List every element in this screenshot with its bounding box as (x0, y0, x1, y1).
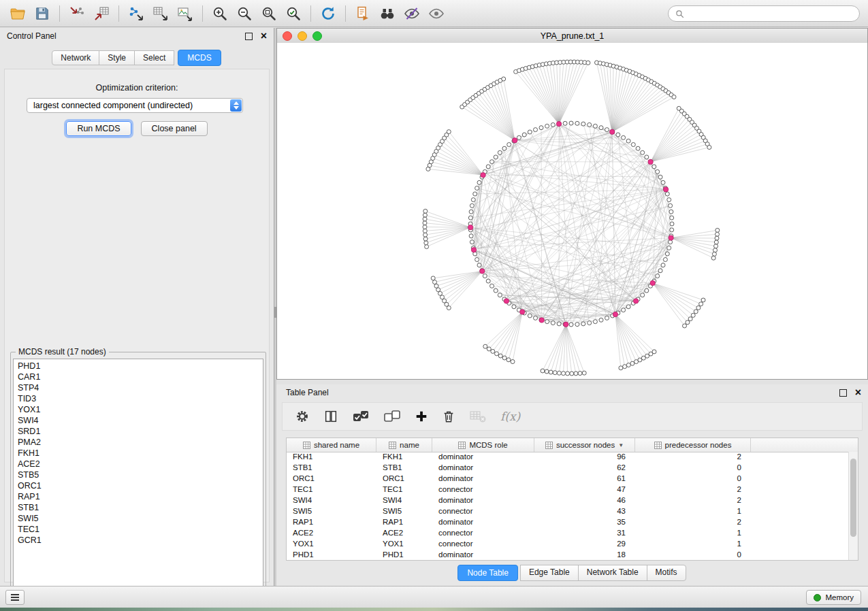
table-cell: 47 (534, 484, 635, 495)
tab-network-table[interactable]: Network Table (578, 565, 647, 581)
delete-rows-icon[interactable] (442, 409, 455, 424)
search-input[interactable] (688, 8, 852, 19)
table-cell: 35 (534, 517, 635, 528)
zoom-selected-icon[interactable] (281, 3, 306, 24)
mcds-result-item[interactable]: FKH1 (14, 448, 263, 459)
table-cell: 62 (534, 463, 635, 474)
table-row[interactable]: ACE2ACE2connector311 (287, 528, 849, 539)
column-header-successor-nodes[interactable]: successor nodes▼ (534, 438, 635, 452)
column-layout-icon[interactable] (323, 409, 338, 424)
status-bar: Memory (0, 586, 868, 608)
table-row[interactable]: ORC1ORC1dominator610 (287, 474, 849, 484)
import-network-icon[interactable] (65, 3, 89, 24)
tab-style[interactable]: Style (99, 50, 135, 65)
tab-motifs[interactable]: Motifs (647, 565, 686, 581)
mcds-result-item[interactable]: STB5 (14, 469, 263, 480)
float-panel-icon[interactable] (245, 33, 253, 40)
mcds-result-item[interactable]: RAP1 (14, 491, 263, 502)
table-scrollbar[interactable] (848, 452, 858, 560)
float-table-panel-icon[interactable] (839, 389, 847, 397)
export-network-icon[interactable] (124, 3, 148, 24)
copy-share-icon[interactable] (351, 3, 375, 24)
close-table-panel-icon[interactable]: × (855, 389, 861, 396)
mcds-result-item[interactable]: SWI5 (14, 513, 263, 524)
table-row[interactable]: YOX1YOX1connector291 (287, 539, 849, 550)
eye-slash-icon[interactable] (400, 3, 424, 24)
memory-button[interactable]: Memory (806, 590, 861, 605)
table-cell: dominator (432, 452, 534, 463)
hamburger-icon (11, 594, 19, 595)
toolbar-separator (345, 5, 346, 22)
import-table-icon[interactable] (89, 3, 114, 24)
mcds-result-item[interactable]: CAR1 (14, 371, 263, 382)
table-cell: SWI5 (287, 506, 376, 517)
eye-icon[interactable] (424, 3, 449, 24)
table-panel-header: Table Panel × (276, 384, 868, 401)
table-cell: 0 (635, 474, 751, 484)
mcds-result-item[interactable]: GCR1 (14, 535, 263, 546)
binoculars-icon[interactable] (375, 3, 400, 24)
tab-network[interactable]: Network (52, 50, 99, 65)
table-cell: 1 (635, 506, 751, 517)
graph-leaf-nodes[interactable] (423, 60, 720, 376)
table-cell: dominator (432, 517, 534, 528)
control-panel-title: Control Panel (7, 31, 57, 41)
export-image-icon[interactable] (173, 3, 197, 24)
mcds-result-item[interactable]: TID3 (14, 393, 263, 404)
table-cell: YOX1 (287, 539, 376, 550)
table-row[interactable]: STB1STB1dominator620 (287, 463, 849, 474)
scrollbar-thumb[interactable] (850, 459, 856, 537)
table-cell: PHD1 (287, 550, 376, 560)
mcds-result-item[interactable]: PHD1 (14, 361, 263, 371)
network-window-titlebar[interactable]: YPA_prune.txt_1 (277, 29, 867, 44)
mcds-result-item[interactable]: YOX1 (14, 404, 263, 415)
table-row[interactable]: FKH1FKH1dominator962 (287, 452, 849, 463)
deselect-all-icon[interactable] (383, 409, 401, 424)
export-table-icon[interactable] (148, 3, 173, 24)
column-header-name[interactable]: name (376, 438, 432, 452)
mcds-result-item[interactable]: STP4 (14, 382, 263, 393)
table-row[interactable]: PHD1PHD1dominator180 (287, 550, 849, 560)
zoom-in-icon[interactable] (208, 3, 232, 24)
panel-menu-button[interactable] (5, 590, 25, 605)
close-panel-button[interactable]: Close panel (141, 121, 208, 136)
mcds-result-item[interactable]: PMA2 (14, 437, 263, 448)
mcds-result-item[interactable]: STB1 (14, 502, 263, 513)
add-column-icon[interactable] (415, 410, 428, 423)
table-cell: connector (432, 506, 534, 517)
network-graph[interactable] (277, 43, 867, 379)
mcds-result-list[interactable]: PHD1CAR1STP4TID3YOX1SWI4SRD1PMA2FKH1ACE2… (13, 359, 263, 593)
table-cell: FKH1 (287, 452, 376, 463)
run-mcds-button[interactable]: Run MCDS (66, 121, 131, 136)
network-canvas[interactable] (277, 43, 867, 379)
close-panel-icon[interactable]: × (261, 33, 267, 39)
optimization-criterion-select[interactable]: largest connected component (undirected) (27, 98, 243, 113)
table-row[interactable]: RAP1RAP1dominator352 (287, 517, 849, 528)
tab-edge-table[interactable]: Edge Table (520, 565, 579, 581)
zoom-out-icon[interactable] (232, 3, 257, 24)
zoom-fit-icon[interactable] (257, 3, 281, 24)
tab-mcds[interactable]: MCDS (178, 50, 221, 66)
column-header-mcds-role[interactable]: MCDS role (432, 438, 534, 452)
table-cell: TEC1 (376, 484, 432, 495)
column-header-predecessor-nodes[interactable]: predecessor nodes (635, 438, 751, 452)
tab-node-table[interactable]: Node Table (457, 565, 518, 581)
tab-select[interactable]: Select (134, 50, 174, 65)
mcds-result-item[interactable]: TEC1 (14, 524, 263, 535)
column-header-shared-name[interactable]: shared name (287, 438, 376, 452)
table-row[interactable]: SWI5SWI5connector431 (287, 506, 849, 517)
mcds-result-title: MCDS result (17 nodes) (16, 347, 109, 357)
refresh-icon[interactable] (316, 3, 340, 24)
open-folder-icon[interactable] (5, 3, 30, 24)
table-cell: RAP1 (287, 517, 376, 528)
mcds-result-item[interactable]: ORC1 (14, 480, 263, 491)
select-all-icon[interactable] (352, 409, 370, 424)
settings-gear-icon[interactable] (295, 409, 310, 424)
table-row[interactable]: SWI4SWI4dominator462 (287, 495, 849, 506)
table-cell: 29 (534, 539, 635, 550)
save-icon[interactable] (30, 3, 54, 24)
mcds-result-item[interactable]: SRD1 (14, 426, 263, 437)
table-row[interactable]: TEC1TEC1connector472 (287, 484, 849, 495)
mcds-result-item[interactable]: SWI4 (14, 415, 263, 426)
mcds-result-item[interactable]: ACE2 (14, 459, 263, 469)
